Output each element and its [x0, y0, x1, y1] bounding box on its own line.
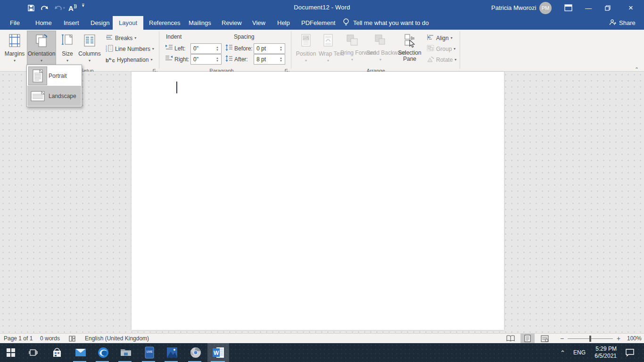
size-label: Size	[62, 51, 73, 57]
align-button[interactable]: Align ▾	[427, 33, 453, 43]
close-button[interactable]: ×	[623, 0, 639, 16]
group-button[interactable]: Group ▾	[427, 44, 455, 54]
ribbon-display-options-icon[interactable]	[564, 4, 572, 13]
language-indicator[interactable]: English (United Kingdom)	[85, 335, 149, 342]
chevron-down-icon: ▾	[451, 36, 453, 40]
zoom-level[interactable]: 100%	[627, 335, 642, 342]
position-button[interactable]: Position ▾	[295, 31, 317, 66]
read-mode-button[interactable]	[504, 334, 518, 343]
tab-file[interactable]: File	[4, 16, 26, 30]
share-button[interactable]: Share	[609, 16, 636, 30]
chevron-down-icon: ▾	[351, 57, 353, 63]
ribbon: Margins ▾ Orientation ▾ Size ▾ Columns ▾…	[0, 30, 644, 72]
restore-button[interactable]	[600, 0, 616, 16]
portrait-label: Portrait	[49, 73, 67, 79]
indent-left-input[interactable]: 0" ▲▼	[190, 43, 222, 54]
spinner-arrows[interactable]: ▲▼	[278, 44, 284, 53]
size-button[interactable]: Size ▾	[57, 31, 78, 66]
rotate-button[interactable]: Rotate ▾	[427, 55, 456, 65]
position-icon	[300, 33, 312, 49]
spinner-arrows[interactable]: ▲▼	[215, 55, 220, 64]
tell-me-label: Tell me what you want to do	[353, 19, 429, 26]
tab-insert[interactable]: Insert	[58, 16, 85, 30]
file-explorer-icon[interactable]	[115, 343, 137, 362]
tab-home[interactable]: Home	[29, 16, 58, 30]
zoom-in-button[interactable]: +	[617, 335, 620, 342]
document-canvas[interactable]	[0, 72, 644, 333]
tab-design[interactable]: Design	[84, 16, 116, 30]
orientation-icon	[33, 33, 50, 49]
action-center-icon[interactable]	[620, 343, 639, 362]
task-view-button[interactable]	[23, 343, 44, 362]
spacing-before-input[interactable]: 0 pt ▲▼	[254, 43, 285, 54]
chevron-down-icon: ▾	[134, 36, 136, 40]
hyphenation-icon: ba-c	[106, 57, 115, 63]
tab-pdfelement[interactable]: PDFelement	[295, 16, 341, 30]
tab-view[interactable]: View	[246, 16, 272, 30]
chevron-down-icon: ▾	[14, 58, 16, 64]
clock[interactable]: 5:29 PM 6/5/2021	[590, 346, 617, 360]
line-numbers-button[interactable]: 123 Line Numbers ▾	[106, 44, 154, 54]
print-layout-button[interactable]	[520, 334, 535, 343]
wrap-text-button[interactable]: Wrap Text ▾	[318, 31, 339, 66]
tab-help[interactable]: Help	[271, 16, 296, 30]
chevron-down-icon: ▾	[150, 58, 152, 62]
live-app-icon[interactable]: LIVE	[139, 343, 160, 362]
web-layout-button[interactable]	[537, 334, 552, 343]
tab-review[interactable]: Review	[215, 16, 248, 30]
tab-references[interactable]: References	[143, 16, 186, 30]
chevron-down-icon: ▾	[89, 58, 91, 64]
spacing-after-label: After:	[234, 56, 248, 63]
account-name[interactable]: Patricia Mworozi	[491, 4, 536, 11]
tell-me-box[interactable]: Tell me what you want to do	[343, 16, 429, 30]
start-button[interactable]	[0, 343, 22, 362]
margins-label: Margins	[5, 51, 25, 57]
tab-mailings[interactable]: Mailings	[182, 16, 217, 30]
word-count[interactable]: 0 words	[40, 335, 60, 342]
edge-browser-icon[interactable]	[92, 343, 114, 362]
zoom-slider-thumb[interactable]	[589, 336, 591, 342]
photos-app-icon[interactable]	[161, 343, 183, 362]
microsoft-store-icon[interactable]	[46, 343, 68, 362]
orientation-option-landscape[interactable]: Landscape	[27, 86, 81, 106]
page-indicator[interactable]: Page 1 of 1	[4, 335, 33, 342]
indent-right-input[interactable]: 0" ▲▼	[190, 54, 222, 65]
spacing-after-input[interactable]: 8 pt ▲▼	[254, 54, 285, 65]
document-page[interactable]	[132, 72, 504, 330]
breaks-button[interactable]: Breaks ▾	[106, 33, 136, 43]
status-bar: Page 1 of 1 0 words English (United King…	[0, 333, 644, 343]
taskbar: LIVE W ⌃ ENG 5:29 PM 6/5/2021	[0, 343, 644, 362]
bring-forward-button[interactable]: Bring Forward ▾	[340, 31, 364, 66]
proofing-icon[interactable]	[68, 335, 76, 344]
spinner-arrows[interactable]: ▲▼	[278, 55, 284, 64]
indent-right-label: Right:	[174, 56, 189, 63]
wrap-text-icon	[322, 33, 334, 49]
columns-button[interactable]: Columns ▾	[77, 31, 102, 66]
group-separator	[291, 31, 291, 69]
tab-layout[interactable]: Layout	[113, 16, 143, 30]
landscape-label: Landscape	[49, 93, 76, 99]
indent-left-label: Left:	[174, 45, 185, 52]
chevron-down-icon: ▾	[305, 58, 307, 64]
breaks-label: Breaks	[115, 35, 132, 41]
chevron-down-icon: ▾	[66, 58, 68, 64]
minimize-button[interactable]: —	[580, 0, 596, 16]
spinner-arrows[interactable]: ▲▼	[215, 44, 220, 53]
zoom-out-button[interactable]: −	[560, 335, 564, 342]
send-backward-button[interactable]: Send Backward ▾	[366, 31, 395, 66]
svg-text:LIVE: LIVE	[147, 350, 152, 353]
indent-heading: Indent	[166, 33, 182, 40]
mail-app-icon[interactable]	[70, 343, 91, 362]
hyphenation-button[interactable]: ba-c Hyphenation ▾	[106, 55, 152, 65]
spacing-before-icon	[225, 44, 233, 53]
chrome-browser-icon[interactable]	[185, 343, 206, 362]
margins-button[interactable]: Margins ▾	[3, 31, 26, 66]
word-app-icon[interactable]: W	[207, 343, 229, 362]
language-button[interactable]: ENG	[573, 343, 586, 362]
orientation-button[interactable]: Orientation ▾	[27, 31, 56, 66]
group-separator	[159, 31, 159, 69]
orientation-option-portrait[interactable]: Portrait	[27, 66, 81, 86]
rotate-icon	[427, 56, 434, 64]
show-hidden-icons-chevron[interactable]: ⌃	[560, 343, 565, 362]
avatar[interactable]: PM	[539, 2, 552, 14]
